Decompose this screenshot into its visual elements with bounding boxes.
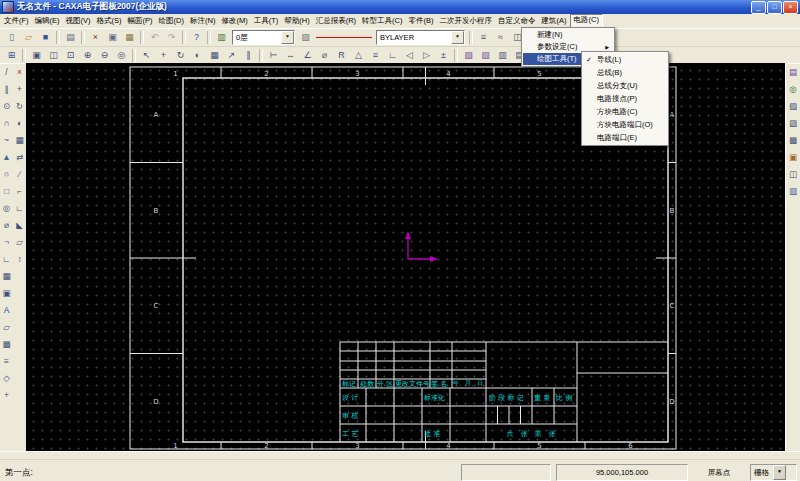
- deviation-icon[interactable]: ±: [435, 47, 452, 64]
- zoom-prev-icon[interactable]: ◫: [45, 47, 62, 64]
- table-icon[interactable]: ▥: [494, 47, 511, 64]
- trim-icon[interactable]: ∕: [12, 166, 27, 183]
- menu-item-5[interactable]: 幅面(P): [125, 15, 156, 27]
- chevron-down-icon[interactable]: ▼: [451, 31, 464, 44]
- menu-item-4[interactable]: 格式(S): [94, 15, 125, 27]
- translate-icon[interactable]: +: [12, 81, 27, 98]
- dropdown-item-1[interactable]: 新建(N): [523, 29, 613, 41]
- dim-angle-icon[interactable]: ∠: [299, 47, 316, 64]
- grid-draw-icon[interactable]: ▩: [0, 336, 14, 353]
- chamfer-icon[interactable]: ∟: [12, 200, 27, 217]
- dropdown-item-4[interactable]: 电路接点(P): [583, 92, 667, 105]
- mirror-tool-icon[interactable]: ◐: [12, 115, 27, 132]
- undo-icon[interactable]: ↶: [146, 29, 163, 46]
- drawing-canvas[interactable]: 标记 处数 分 区 更改文件号 签 名 年、月、日 设 计 标准化 审 核 工 …: [26, 63, 785, 451]
- menu-item-15[interactable]: 自定义命令: [495, 15, 539, 27]
- redo-icon[interactable]: ↷: [163, 29, 180, 46]
- zoom-all-icon[interactable]: ⊡: [62, 47, 79, 64]
- minimize-button[interactable]: _: [751, 1, 766, 14]
- block-create-icon[interactable]: ▣: [0, 285, 14, 302]
- frame-settings-icon[interactable]: ⊞: [3, 47, 20, 64]
- text-style-icon[interactable]: ≡: [367, 47, 384, 64]
- explode-icon[interactable]: ▱: [12, 234, 27, 251]
- plugin-settings-icon[interactable]: ▥: [786, 183, 800, 200]
- delete-icon[interactable]: ×: [12, 64, 27, 81]
- dim-radius-icon[interactable]: R: [333, 47, 350, 64]
- zoom-window-icon[interactable]: ▣: [28, 47, 45, 64]
- new-file-icon[interactable]: ▯: [3, 29, 20, 46]
- layer-combo[interactable]: 0层 ▼: [232, 30, 295, 45]
- dropdown-item-6[interactable]: 方块电路端口(O): [583, 118, 667, 131]
- formula-icon[interactable]: ≡: [0, 353, 14, 370]
- node-tool-icon[interactable]: ▨: [786, 115, 800, 132]
- snap-mode-combo[interactable]: 栅格 ▼: [750, 464, 797, 481]
- symbol-library-icon[interactable]: ▤: [786, 64, 800, 81]
- save-icon[interactable]: ■: [37, 29, 54, 46]
- help-icon[interactable]: ?: [188, 29, 205, 46]
- menu-item-8[interactable]: 修改(M): [218, 15, 250, 27]
- dim-diameter-icon[interactable]: ⌀: [316, 47, 333, 64]
- linewidth-icon[interactable]: ≡: [475, 29, 492, 46]
- pick-icon[interactable]: ↖: [138, 47, 155, 64]
- axis-icon[interactable]: +: [0, 387, 14, 404]
- bus-tool-icon[interactable]: ▧: [786, 98, 800, 115]
- bom-export-icon[interactable]: ▣: [786, 149, 800, 166]
- text-icon[interactable]: A: [0, 302, 14, 319]
- open-file-icon[interactable]: ▱: [20, 29, 37, 46]
- dim-linear-icon[interactable]: ⊢: [265, 47, 282, 64]
- corner-icon[interactable]: ⌐: [12, 183, 27, 200]
- menu-item-12[interactable]: 转型工具(C): [359, 15, 405, 27]
- zoom-out-icon[interactable]: ⊖: [96, 47, 113, 64]
- menu-item-10[interactable]: 帮助(H): [281, 15, 312, 27]
- maximize-button[interactable]: □: [767, 1, 782, 14]
- cut-icon[interactable]: ×: [87, 29, 104, 46]
- circuit-wire-icon[interactable]: ◎: [786, 81, 800, 98]
- leader-icon[interactable]: ∟: [384, 47, 401, 64]
- dropdown-item-7[interactable]: 电路端口(E): [583, 131, 667, 144]
- menu-item-13[interactable]: 零件(B): [406, 15, 437, 27]
- menu-item-2[interactable]: 编辑(E): [32, 15, 63, 27]
- move-icon[interactable]: +: [155, 47, 172, 64]
- dim-horizontal-icon[interactable]: ↔: [282, 47, 299, 64]
- rotate-icon[interactable]: ↻: [172, 47, 189, 64]
- menu-item-9[interactable]: 工具(T): [251, 15, 282, 27]
- point-icon[interactable]: ◇: [0, 370, 14, 387]
- block-port-icon[interactable]: ▩: [786, 132, 800, 149]
- tolerance-icon[interactable]: △: [350, 47, 367, 64]
- linetype-combo[interactable]: BYLAYER ▼: [376, 30, 465, 45]
- chevron-down-icon[interactable]: ▼: [281, 31, 294, 44]
- scale-icon[interactable]: ↗: [223, 47, 240, 64]
- menu-item-6[interactable]: 绘图(D): [156, 15, 187, 27]
- dropdown-item-1[interactable]: ✓导线(L): [583, 53, 667, 66]
- menu-item-7[interactable]: 标注(N): [187, 15, 218, 27]
- frame-fill-icon[interactable]: ◫: [786, 166, 800, 183]
- array-icon[interactable]: ▦: [206, 47, 223, 64]
- dropdown-item-5[interactable]: 方块电路(C): [583, 105, 667, 118]
- array-tool-icon[interactable]: ▦: [12, 132, 27, 149]
- print-icon[interactable]: ▤: [62, 29, 79, 46]
- solid-fill-icon[interactable]: ▧: [477, 47, 494, 64]
- menu-item-14[interactable]: 二次开发小程序: [437, 15, 496, 27]
- linetype-load-icon[interactable]: ≈: [492, 29, 509, 46]
- datum-right-icon[interactable]: ▷: [418, 47, 435, 64]
- menu-item-1[interactable]: 文件(F): [1, 15, 32, 27]
- menu-item-11[interactable]: 汇总报表(R): [313, 15, 359, 27]
- datum-left-icon[interactable]: ◁: [401, 47, 418, 64]
- copy-icon[interactable]: ▣: [104, 29, 121, 46]
- menu-item-3[interactable]: 视图(V): [63, 15, 94, 27]
- extend-icon[interactable]: ↕: [12, 251, 27, 268]
- break-icon[interactable]: ◣: [12, 217, 27, 234]
- chevron-down-icon[interactable]: ▼: [773, 465, 786, 480]
- close-button[interactable]: ×: [783, 1, 798, 14]
- menu-item-17[interactable]: 电路(C): [570, 14, 603, 28]
- layer-manager-icon[interactable]: ▥: [213, 29, 230, 46]
- color-palette-icon[interactable]: ▨: [297, 29, 314, 46]
- hatch-icon[interactable]: ▨: [460, 47, 477, 64]
- stretch-icon[interactable]: ⇄: [12, 149, 27, 166]
- dropdown-item-2[interactable]: 总线(B): [583, 66, 667, 79]
- zoom-in-icon[interactable]: ⊕: [79, 47, 96, 64]
- offset-icon[interactable]: ∥: [240, 47, 257, 64]
- rotate-tool-icon[interactable]: ↻: [12, 98, 27, 115]
- paste-icon[interactable]: ▦: [121, 29, 138, 46]
- detail-view-icon[interactable]: ▱: [0, 319, 14, 336]
